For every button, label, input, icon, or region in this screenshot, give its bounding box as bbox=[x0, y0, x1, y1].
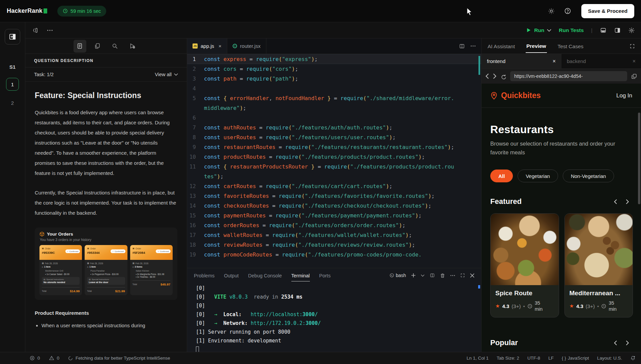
maximize-terminal-button[interactable] bbox=[460, 273, 465, 278]
collapse-panel-button[interactable] bbox=[5, 29, 20, 44]
orders-promo-subtitle: You have 3 orders in your history bbox=[40, 238, 173, 242]
run-button[interactable]: Run bbox=[526, 27, 551, 33]
status-item-lf[interactable]: LF bbox=[548, 356, 554, 361]
back-button[interactable] bbox=[486, 73, 489, 79]
editor-more-button[interactable] bbox=[470, 45, 476, 47]
code-line[interactable]: 19const promoCodeRoutes = require("./fea… bbox=[187, 250, 481, 260]
shell-selector[interactable]: bash bbox=[389, 273, 406, 278]
tab-description[interactable] bbox=[74, 40, 86, 53]
tab-debug[interactable] bbox=[126, 40, 139, 53]
question-1-button[interactable]: 1 bbox=[6, 78, 19, 91]
tab-preview[interactable]: Preview bbox=[526, 39, 547, 53]
quickbites-body[interactable]: Restaurants Browse our selection of rest… bbox=[482, 108, 641, 352]
toggle-panel-bottom-button[interactable] bbox=[600, 27, 607, 33]
terminal-tab-debug-console[interactable]: Debug Console bbox=[248, 270, 282, 281]
close-icon[interactable]: × bbox=[633, 58, 636, 64]
filter-vegetarian[interactable]: Vegetarian bbox=[518, 170, 558, 182]
status-item-utf-8[interactable]: UTF-8 bbox=[527, 356, 540, 361]
split-terminal-button[interactable] bbox=[430, 273, 435, 278]
status-item-layout-u-s-[interactable]: Layout: U.S. bbox=[597, 356, 622, 361]
toggle-panel-right-button[interactable] bbox=[614, 27, 621, 33]
code-line[interactable]: 8const userRoutes = require("./features/… bbox=[187, 132, 481, 142]
new-terminal-button[interactable] bbox=[411, 273, 416, 278]
kill-terminal-button[interactable] bbox=[440, 273, 445, 278]
terminal-segment: 2534 ms bbox=[281, 294, 302, 300]
code-line[interactable]: 11const { restaurantProductsRouter } = r… bbox=[187, 162, 481, 181]
code-line[interactable]: 2const cors = require("cors"); bbox=[187, 64, 481, 74]
status-item-tab-size-2[interactable]: Tab Size: 2 bbox=[497, 356, 519, 361]
help-button[interactable] bbox=[564, 7, 571, 14]
split-editor-button[interactable] bbox=[459, 43, 465, 49]
code-editor[interactable]: 1const express = require("express");2con… bbox=[187, 54, 481, 268]
carousel-next-button[interactable] bbox=[626, 199, 629, 204]
save-and-proceed-button[interactable]: Save & Proceed bbox=[581, 4, 634, 18]
status-item-javascript[interactable]: { }JavaScript bbox=[562, 356, 589, 361]
code-line[interactable]: 15const paymentRoutes = require("./featu… bbox=[187, 211, 481, 220]
backend-tab[interactable]: backend × bbox=[561, 54, 641, 68]
quickbites-logo[interactable]: Quickbites bbox=[490, 91, 541, 100]
code-line[interactable]: 16const orderRoutes = require("./feature… bbox=[187, 220, 481, 230]
code-line[interactable]: 13const favoriteRoutes = require("./feat… bbox=[187, 191, 481, 201]
question-content[interactable]: Feature: Special Instructions Quickbites… bbox=[25, 82, 187, 352]
terminal-tab-output[interactable]: Output bbox=[224, 270, 239, 281]
frontend-tab[interactable]: frontend × bbox=[482, 54, 561, 68]
question-2-button[interactable]: 2 bbox=[11, 100, 14, 106]
fullscreen-preview-button[interactable] bbox=[630, 43, 635, 49]
terminal-tab-ports[interactable]: Ports bbox=[319, 270, 331, 281]
code-line[interactable]: 5const { errorHandler, notFoundHandler }… bbox=[187, 93, 481, 113]
editor-tab-router.jsx[interactable]: router.jsx bbox=[227, 38, 266, 54]
terminal-more-button[interactable] bbox=[450, 275, 455, 276]
code-line[interactable]: 14const checkoutRoutes = require("./feat… bbox=[187, 201, 481, 211]
refresh-button[interactable] bbox=[500, 73, 506, 79]
view-all-dropdown[interactable]: View all bbox=[155, 72, 178, 77]
code-line[interactable]: 1const express = require("express"); bbox=[187, 54, 481, 64]
login-button[interactable]: Log In bbox=[616, 92, 632, 99]
run-chevron-icon[interactable] bbox=[547, 29, 551, 32]
url-bar[interactable]: https://vm-eebb8122-ac90-4d54- bbox=[510, 71, 627, 81]
terminal-tab-problems[interactable]: Problems bbox=[194, 270, 214, 281]
code-panel-button[interactable] bbox=[32, 27, 39, 33]
preview-scrollbar[interactable] bbox=[638, 113, 640, 204]
code-line[interactable]: 6 bbox=[187, 113, 481, 123]
restaurant-card[interactable]: Spice Route★4.3(3+)•35 min bbox=[490, 213, 559, 317]
terminal-output[interactable]: [0][0] VITE v8.0.3 ready in 2534 ms[0][0… bbox=[187, 282, 481, 352]
code-line[interactable]: 9const restaurantRoutes = require("./fea… bbox=[187, 142, 481, 152]
editor-tab-app.js[interactable]: JSapp.js× bbox=[187, 38, 227, 54]
close-icon[interactable]: × bbox=[553, 58, 556, 64]
carousel-prev-button[interactable] bbox=[614, 199, 617, 204]
notifications-bell[interactable] bbox=[630, 355, 636, 361]
receipt-icon: ▣ bbox=[133, 247, 135, 250]
problems-status[interactable]: 0 0 Fetching data for better TypeScript … bbox=[30, 356, 170, 361]
close-icon[interactable]: × bbox=[218, 43, 222, 49]
tab-test-cases[interactable]: Test Cases bbox=[557, 39, 584, 53]
code-line[interactable]: 17const walletRoutes = require("./featur… bbox=[187, 230, 481, 240]
restaurant-card[interactable]: Mediterranean ...★4.3(3+)•35 min bbox=[564, 213, 633, 317]
terminal-dropdown-button[interactable] bbox=[421, 274, 425, 277]
code-line[interactable]: 12const cartRoutes = require("./features… bbox=[187, 181, 481, 191]
close-terminal-button[interactable] bbox=[470, 273, 474, 278]
theme-toggle-button[interactable] bbox=[548, 8, 555, 14]
open-external-button[interactable] bbox=[631, 73, 637, 79]
tab-files[interactable] bbox=[91, 40, 104, 53]
terminal-cursor bbox=[196, 346, 199, 352]
tab-ai-assistant[interactable]: AI Assistant bbox=[487, 39, 516, 53]
carousel-next-button[interactable] bbox=[626, 340, 629, 345]
scrollbar-marker[interactable] bbox=[478, 56, 480, 75]
terminal-scrollbar[interactable] bbox=[478, 285, 480, 289]
carousel-prev-button[interactable] bbox=[614, 340, 617, 345]
status-item-ln-1-col-1[interactable]: Ln 1, Col 1 bbox=[467, 356, 489, 361]
filter-all[interactable]: All bbox=[490, 170, 513, 182]
more-options-button[interactable] bbox=[47, 29, 53, 31]
filter-non-vegetarian[interactable]: Non-Vegetarian bbox=[563, 170, 614, 182]
code-line[interactable]: 10const productRoutes = require("./featu… bbox=[187, 152, 481, 162]
forward-button[interactable] bbox=[493, 73, 496, 79]
code-line[interactable]: 3const path = require("path"); bbox=[187, 74, 481, 84]
code-line[interactable]: 4 bbox=[187, 84, 481, 93]
code-line[interactable]: 7const authRoutes = require("./features/… bbox=[187, 123, 481, 132]
run-tests-button[interactable]: Run Tests bbox=[559, 27, 584, 33]
gear-icon bbox=[628, 27, 635, 34]
ide-settings-button[interactable] bbox=[628, 27, 635, 34]
terminal-tab-terminal[interactable]: Terminal bbox=[291, 270, 310, 281]
tab-search[interactable] bbox=[109, 40, 121, 53]
code-line[interactable]: 18const reviewRoutes = require("./featur… bbox=[187, 240, 481, 250]
